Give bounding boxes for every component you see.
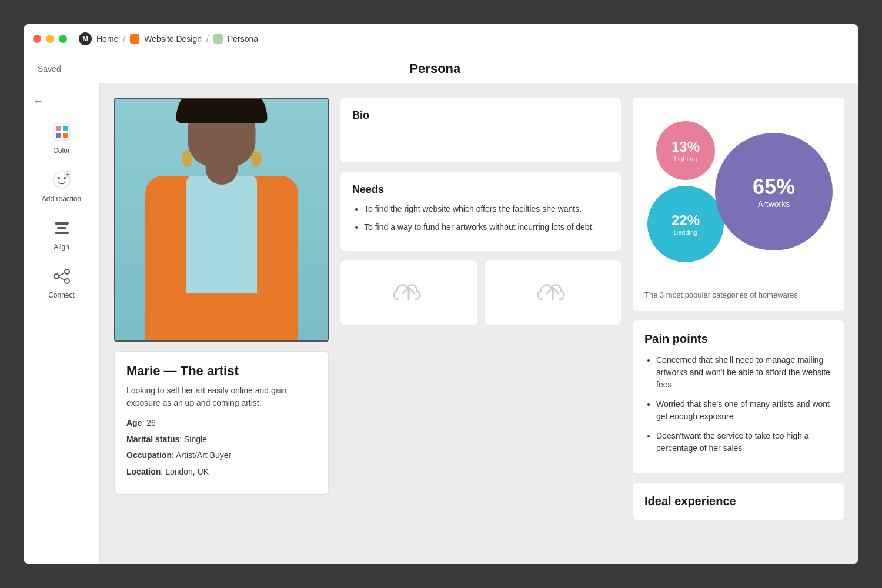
persona-description: Looking to sell her art easily online an… [126, 385, 316, 409]
svg-text:+: + [66, 171, 69, 178]
pain-item: Doesn'twant the service to take too high… [656, 430, 833, 455]
pain-item: Worried that she's one of many artists a… [656, 398, 833, 423]
right-column: 13% Lighting 22% Bedding 65% Artworks [633, 98, 844, 550]
upload-card-2[interactable] [485, 260, 622, 325]
upload-row [340, 260, 621, 325]
sidebar-align-label: Align [54, 243, 69, 251]
sidebar-connect-label: Connect [48, 291, 75, 299]
persona-name: Marie — The artist [126, 363, 316, 379]
upload-icon-2 [535, 277, 570, 309]
marital-label: Marital status [126, 435, 179, 444]
bio-card: Bio [340, 98, 621, 162]
ideal-experience-title: Ideal experience [644, 495, 833, 508]
ideal-experience-card: Ideal experience [633, 483, 844, 520]
breadcrumb-project[interactable]: Website Design [144, 34, 202, 44]
marital-row: Marital status: Single [126, 434, 316, 446]
pain-points-card: Pain points Concerned that she'll need t… [633, 320, 844, 473]
home-icon: M [79, 32, 92, 45]
needs-list: To find the right website which offers t… [352, 203, 609, 233]
occupation-row: Occupation: Artist/Art Buyer [126, 450, 316, 462]
svg-point-6 [58, 177, 60, 179]
svg-point-15 [65, 279, 69, 283]
sidebar-item-color[interactable]: Color [24, 115, 99, 161]
svg-line-17 [59, 277, 65, 280]
svg-point-14 [65, 269, 69, 274]
svg-rect-3 [56, 133, 61, 138]
age-label: Age [126, 418, 142, 427]
info-card: Marie — The artist Looking to sell her a… [114, 351, 329, 495]
sidebar: ← Color [24, 83, 100, 564]
traffic-lights [33, 35, 67, 43]
svg-rect-12 [55, 232, 69, 234]
breadcrumb-home[interactable]: Home [96, 34, 118, 44]
middle-column: Bio Needs To find the right website whic… [340, 98, 621, 550]
color-icon [51, 121, 73, 143]
add-reaction-icon: + [51, 169, 73, 191]
connect-icon [51, 265, 73, 288]
svg-point-13 [54, 274, 59, 279]
svg-rect-2 [63, 126, 68, 131]
close-button[interactable] [33, 35, 41, 43]
age-row: Age: 26 [126, 417, 316, 429]
bubble-chart-card: 13% Lighting 22% Bedding 65% Artworks [633, 98, 844, 311]
svg-rect-0 [54, 123, 70, 140]
breadcrumb: M Home / Website Design / Persona [79, 32, 258, 45]
svg-rect-11 [57, 227, 66, 229]
pain-points-list: Concerned that she'll need to manage mai… [644, 354, 833, 455]
age-value: 26 [146, 418, 156, 427]
svg-rect-10 [55, 222, 69, 225]
svg-line-16 [59, 273, 65, 276]
upload-icon-1 [391, 277, 426, 309]
needs-item: To find a way to fund her artworks witho… [364, 221, 609, 233]
bedding-bubble: 22% Bedding [647, 186, 724, 262]
left-column: Marie — The artist Looking to sell her a… [114, 98, 329, 550]
content-area: Marie — The artist Looking to sell her a… [100, 83, 858, 564]
occupation-label: Occupation [126, 450, 172, 460]
page-title: Persona [409, 61, 460, 76]
pain-item: Concerned that she'll need to manage mai… [656, 354, 833, 391]
persona-photo [114, 98, 329, 342]
page-color-icon [213, 34, 223, 44]
needs-card: Needs To find the right website which of… [340, 172, 621, 251]
maximize-button[interactable] [59, 35, 67, 43]
needs-title: Needs [352, 183, 609, 196]
back-button[interactable]: ← [24, 91, 99, 112]
minimize-button[interactable] [46, 35, 54, 43]
sidebar-item-connect[interactable]: Connect [24, 259, 99, 305]
artworks-bubble: 65% Artworks [715, 133, 833, 250]
saved-status: Saved [38, 64, 61, 74]
project-color-icon [130, 34, 139, 44]
sidebar-add-reaction-label: Add reaction [42, 195, 81, 203]
breadcrumb-sep2: / [206, 34, 209, 44]
bio-title: Bio [352, 109, 609, 122]
sidebar-item-add-reaction[interactable]: + Add reaction [24, 163, 99, 209]
location-value: London, UK [165, 467, 209, 476]
upload-card-1[interactable] [340, 260, 477, 325]
svg-rect-4 [63, 133, 68, 138]
marital-value: Single [184, 435, 207, 444]
lighting-bubble: 13% Lighting [656, 121, 715, 180]
header-bar: Saved Persona [24, 54, 858, 83]
bubble-chart: 13% Lighting 22% Bedding 65% Artworks [644, 109, 833, 286]
occupation-value: Artist/Art Buyer [176, 450, 231, 460]
svg-rect-1 [56, 126, 61, 131]
pain-points-title: Pain points [644, 332, 833, 346]
breadcrumb-sep1: / [123, 34, 125, 44]
sidebar-item-align[interactable]: Align [24, 211, 99, 257]
bubble-chart-caption: The 3 most popular categories of homewar… [644, 290, 833, 299]
location-label: Location [126, 467, 161, 476]
needs-item: To find the right website which offers t… [364, 203, 609, 215]
titlebar: M Home / Website Design / Persona [24, 24, 858, 54]
align-icon [51, 217, 73, 239]
location-row: Location: London, UK [126, 466, 316, 478]
sidebar-color-label: Color [53, 146, 70, 155]
breadcrumb-page[interactable]: Persona [228, 34, 258, 44]
